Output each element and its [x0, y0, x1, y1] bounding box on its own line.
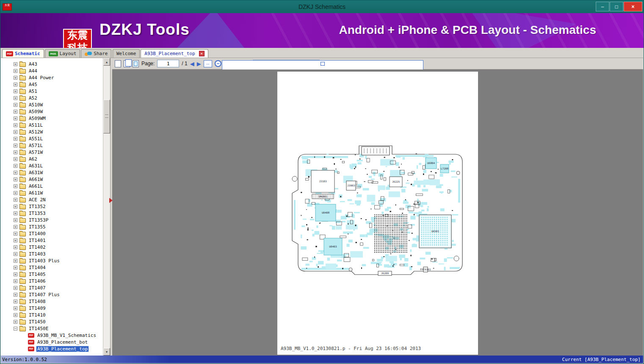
tree-item-it1404[interactable]: +IT1404	[8, 264, 103, 271]
expand-toggle-icon[interactable]: +	[14, 313, 17, 317]
tree-item-it1450e[interactable]: −IT1450E	[8, 325, 103, 332]
tree-item-a509w[interactable]: +A509W	[8, 108, 103, 115]
tree-item-a512w[interactable]: +A512W	[8, 128, 103, 135]
tree-item-a93b-placement-bot[interactable]: PDFA93B_Placement_bot	[8, 339, 103, 345]
tree-item-a510w[interactable]: +A510W	[8, 101, 103, 108]
minimize-button[interactable]: –	[596, 2, 609, 11]
expand-toggle-icon[interactable]: +	[14, 252, 17, 256]
tree-item-a62[interactable]: +A62	[8, 156, 103, 162]
expand-toggle-icon[interactable]: +	[14, 137, 17, 141]
tab-schematic[interactable]: PDFSchematic	[2, 49, 44, 58]
tree-item-it1402[interactable]: +IT1402	[8, 244, 103, 250]
tree-scrollbar[interactable]: ▲ ▼	[103, 58, 110, 356]
expand-toggle-icon[interactable]: +	[14, 205, 17, 208]
single-page-icon[interactable]	[115, 60, 121, 67]
expand-toggle-icon[interactable]: +	[14, 110, 17, 114]
tree-item-a631l[interactable]: +A631L	[8, 162, 103, 169]
expand-toggle-icon[interactable]: +	[14, 239, 17, 242]
expand-toggle-icon[interactable]: +	[14, 286, 17, 290]
tree-item-a511l[interactable]: +A511L	[8, 122, 103, 128]
tree-item-a571w[interactable]: +A571W	[8, 149, 103, 156]
prev-page-button[interactable]: ◀	[190, 61, 194, 67]
tree-item-a631w[interactable]: +A631W	[8, 169, 103, 176]
tree-item-it1400[interactable]: +IT1400	[8, 230, 103, 237]
tree-item-a661l[interactable]: +A661L	[8, 183, 103, 189]
expand-toggle-icon[interactable]: +	[14, 171, 17, 175]
tree-item-it1401[interactable]: +IT1401	[8, 237, 103, 244]
expand-toggle-icon[interactable]: +	[14, 198, 17, 202]
tree-item-it1403-plus[interactable]: +IT1403 Plus	[8, 257, 103, 264]
scroll-down-button[interactable]: ▼	[103, 348, 110, 356]
expand-toggle-icon[interactable]: +	[14, 320, 17, 324]
expand-toggle-icon[interactable]: +	[14, 191, 17, 195]
tree-item-it1409[interactable]: +IT1409	[8, 305, 103, 311]
expand-toggle-icon[interactable]: −	[14, 327, 17, 331]
expand-toggle-icon[interactable]: +	[14, 62, 17, 66]
expand-toggle-icon[interactable]: +	[14, 96, 17, 100]
tree-item-a551l[interactable]: +A551L	[8, 135, 103, 142]
expand-toggle-icon[interactable]: +	[14, 259, 17, 263]
expand-toggle-icon[interactable]: +	[14, 211, 17, 215]
expand-toggle-icon[interactable]: +	[14, 279, 17, 283]
expand-toggle-icon[interactable]: +	[14, 272, 17, 276]
maximize-button[interactable]: □	[610, 2, 623, 11]
expand-toggle-icon[interactable]: +	[14, 89, 17, 93]
snapshot-icon[interactable]	[133, 60, 139, 67]
tree-item-a44-power[interactable]: +A44 Power	[8, 74, 103, 81]
tree-item-it1450[interactable]: +IT1450	[8, 318, 103, 325]
expand-toggle-icon[interactable]: +	[14, 218, 17, 222]
tree-item-ace-2n[interactable]: +ACE 2N	[8, 196, 103, 203]
tree-item-it1410[interactable]: +IT1410	[8, 311, 103, 318]
tree-item-a45[interactable]: +A45	[8, 81, 103, 88]
expand-toggle-icon[interactable]: +	[14, 164, 17, 168]
expand-toggle-icon[interactable]: +	[14, 76, 17, 80]
tree-item-a51[interactable]: +A51	[8, 88, 103, 94]
tree-item-it1407[interactable]: +IT1407	[8, 284, 103, 291]
tree-item-a93b-mb-v1-schematics[interactable]: PDFA93B_MB_V1_Schematics	[8, 332, 103, 339]
tree-item-it1408[interactable]: +IT1408	[8, 298, 103, 305]
expand-toggle-icon[interactable]: +	[14, 245, 17, 249]
expand-toggle-icon[interactable]: +	[14, 130, 17, 134]
expand-toggle-icon[interactable]: +	[14, 83, 17, 86]
expand-toggle-icon[interactable]: +	[14, 225, 17, 229]
expand-toggle-icon[interactable]: +	[14, 150, 17, 154]
scroll-up-button[interactable]: ▲	[103, 58, 110, 66]
expand-toggle-icon[interactable]: +	[14, 293, 17, 297]
expand-toggle-icon[interactable]: +	[14, 184, 17, 188]
facing-pages-icon[interactable]	[124, 60, 130, 67]
tree-item-it1403[interactable]: +IT1403	[8, 250, 103, 257]
expand-toggle-icon[interactable]: +	[14, 103, 17, 107]
tree-item-it1355[interactable]: +IT1355	[8, 223, 103, 230]
close-tab-icon[interactable]: ×	[199, 51, 205, 56]
close-button[interactable]: ×	[624, 2, 642, 11]
tree-item-a509wm[interactable]: +A509WM	[8, 115, 103, 122]
tree-item-it1406[interactable]: +IT1406	[8, 278, 103, 284]
tree-item-a611w[interactable]: +A611W	[8, 189, 103, 196]
doc-tab-welcome[interactable]: Welcome	[113, 49, 140, 58]
expand-toggle-icon[interactable]: +	[14, 144, 17, 147]
tree-item-a43[interactable]: +A43	[8, 61, 103, 67]
scrollbar-thumb[interactable]	[103, 100, 110, 133]
pdf-viewer[interactable]: J3103SM6801U0408U0403U6501U6804L7208J622…	[112, 69, 643, 356]
tree-item-it1352[interactable]: +IT1352	[8, 203, 103, 210]
expand-toggle-icon[interactable]: +	[14, 117, 17, 120]
doc-tab-a93b-placement-top[interactable]: A93B_Placement_top×	[141, 49, 208, 58]
tree-item-a571l[interactable]: +A571L	[8, 142, 103, 149]
page-input[interactable]	[157, 60, 179, 67]
tab-share[interactable]: Share	[81, 49, 111, 58]
tree-item-it1353p[interactable]: +IT1353P	[8, 217, 103, 223]
tree-item-it1353[interactable]: +IT1353	[8, 210, 103, 217]
expand-toggle-icon[interactable]: +	[14, 157, 17, 161]
tree-item-a52[interactable]: +A52	[8, 94, 103, 101]
expand-toggle-icon[interactable]: +	[14, 69, 17, 73]
tree-item-it1405[interactable]: +IT1405	[8, 271, 103, 278]
expand-toggle-icon[interactable]: +	[14, 178, 17, 181]
expand-toggle-icon[interactable]: +	[14, 306, 17, 310]
tree-item-a93b-placement-top[interactable]: PDFA93B_Placement_top	[8, 345, 103, 352]
zoom-out-button[interactable]: −	[215, 60, 221, 67]
fit-width-icon[interactable]: ↔	[204, 60, 212, 67]
expand-toggle-icon[interactable]: +	[14, 266, 17, 270]
next-page-button[interactable]: ▶	[197, 61, 201, 67]
tab-layout[interactable]: PADSLayout	[45, 49, 80, 58]
tree-item-it1407-plus[interactable]: +IT1407 Plus	[8, 291, 103, 298]
